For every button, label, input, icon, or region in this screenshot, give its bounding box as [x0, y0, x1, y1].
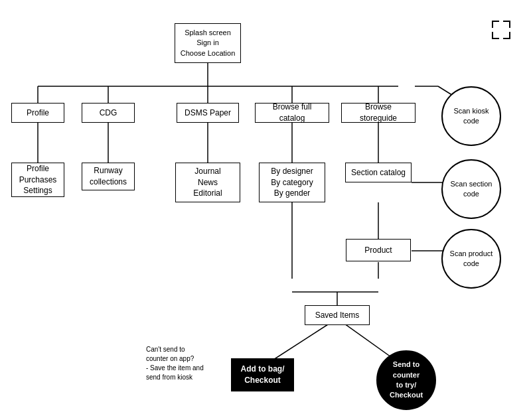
profile-sub-node: Profile Purchases Settings	[11, 163, 64, 197]
flowchart-diagram: Splash screen Sign in Choose Location Pr…	[0, 0, 531, 420]
profile-label: Profile	[27, 107, 49, 119]
by-designer-node: By designer By category By gender	[259, 163, 325, 202]
add-to-bag-button[interactable]: Add to bag/ Checkout	[231, 358, 294, 391]
dsms-node: DSMS Paper	[177, 103, 239, 123]
profile-sub-label: Profile Purchases Settings	[19, 163, 57, 196]
runway-node: Runway collections	[82, 163, 135, 190]
cdg-label: CDG	[100, 107, 117, 119]
scan-kiosk-node: Scan kiosk code	[441, 86, 501, 146]
section-catalog-node: Section catalog	[345, 163, 412, 182]
scan-section-node: Scan section code	[441, 159, 501, 219]
cant-send-label: Can't send to counter on app? - Save the…	[146, 346, 204, 381]
saved-items-node: Saved Items	[305, 305, 370, 325]
browse-catalog-node: Browse full catalog	[255, 103, 329, 123]
section-catalog-label: Section catalog	[351, 167, 406, 178]
product-label: Product	[364, 245, 392, 256]
browse-catalog-label: Browse full catalog	[260, 102, 325, 124]
profile-node: Profile	[11, 103, 64, 123]
splash-label: Splash screen Sign in Choose Location	[181, 28, 236, 58]
browse-storeguide-label: Browse storeguide	[346, 102, 411, 124]
browse-storeguide-node: Browse storeguide	[341, 103, 416, 123]
send-to-counter-label: Send to counter to try/ Checkout	[380, 360, 432, 401]
journal-node: Journal News Editorial	[175, 163, 240, 202]
scan-product-label: Scan product code	[445, 249, 497, 269]
by-designer-label: By designer By category By gender	[271, 166, 313, 199]
cant-send-note: Can't send to counter on app? - Save the…	[146, 345, 226, 382]
runway-label: Runway collections	[90, 165, 127, 188]
scan-kiosk-label: Scan kiosk code	[445, 106, 497, 127]
splash-node: Splash screen Sign in Choose Location	[175, 23, 241, 63]
scan-section-label: Scan section code	[445, 179, 497, 200]
dsms-label: DSMS Paper	[185, 107, 231, 119]
cdg-node: CDG	[82, 103, 135, 123]
add-to-bag-label: Add to bag/ Checkout	[241, 364, 285, 386]
scan-product-node: Scan product code	[441, 229, 501, 289]
product-node: Product	[346, 239, 411, 261]
bracket-icon	[491, 20, 511, 40]
send-to-counter-button[interactable]: Send to counter to try/ Checkout	[376, 350, 436, 410]
journal-label: Journal News Editorial	[193, 166, 222, 199]
saved-items-label: Saved Items	[315, 310, 360, 321]
